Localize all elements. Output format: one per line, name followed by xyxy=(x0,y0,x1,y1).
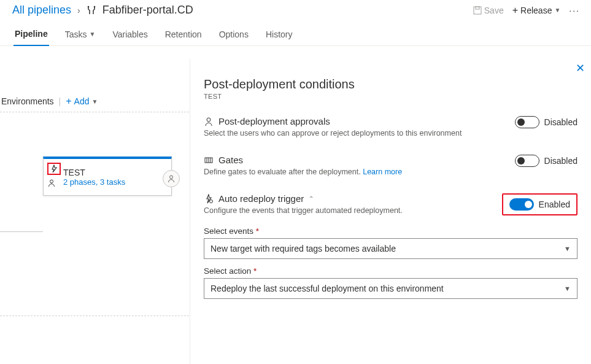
plus-icon: + xyxy=(66,96,71,107)
tab-options[interactable]: Options xyxy=(218,25,250,45)
save-button: Save xyxy=(473,6,504,15)
divider xyxy=(0,316,189,316)
tab-tasks[interactable]: Tasks ▼ xyxy=(64,25,97,45)
post-deploy-panel: ✕ Post-deployment conditions TEST Post-d… xyxy=(190,59,591,364)
save-label: Save xyxy=(484,6,504,15)
trigger-icon-highlight xyxy=(47,163,61,175)
stage-card[interactable]: TEST 2 phases, 3 tasks xyxy=(43,157,172,196)
svg-point-4 xyxy=(50,180,53,183)
person-icon xyxy=(47,179,61,187)
approvals-title: Post-deployment approvals xyxy=(218,116,330,126)
redeploy-toggle-highlight: Enabled xyxy=(502,193,577,215)
chevron-down-icon: ▼ xyxy=(89,31,95,37)
breadcrumb-root-link[interactable]: All pipelines xyxy=(12,4,71,17)
tab-tasks-label: Tasks xyxy=(65,29,87,39)
select-action-label: Select action xyxy=(204,266,251,276)
save-icon xyxy=(473,6,482,15)
chevron-up-icon[interactable]: ⌃ xyxy=(309,195,314,202)
approvals-toggle[interactable] xyxy=(515,116,539,128)
chevron-down-icon: ▼ xyxy=(564,285,571,292)
svg-point-1 xyxy=(93,6,95,7)
svg-point-5 xyxy=(170,176,173,179)
tab-bar: Pipeline Tasks ▼ Variables Retention Opt… xyxy=(0,20,591,46)
gates-icon xyxy=(204,155,214,165)
select-action-value: Redeploy the last successful deployment … xyxy=(211,284,444,293)
person-icon xyxy=(167,174,176,183)
tab-history[interactable]: History xyxy=(265,25,294,45)
svg-point-8 xyxy=(210,199,213,203)
breadcrumb-current: Fabfiber-portal.CD xyxy=(102,4,193,17)
plus-icon: + xyxy=(512,5,518,16)
select-action-dropdown[interactable]: Redeploy the last successful deployment … xyxy=(204,278,577,299)
svg-point-0 xyxy=(87,6,89,7)
more-actions-button[interactable]: ··· xyxy=(569,6,580,15)
gates-title: Gates xyxy=(218,155,243,165)
gates-state: Disabled xyxy=(544,156,577,166)
chevron-down-icon: ▼ xyxy=(564,245,571,252)
connector-line xyxy=(0,231,43,232)
svg-rect-2 xyxy=(474,7,481,14)
add-label: Add xyxy=(74,96,90,106)
redeploy-state: Enabled xyxy=(539,199,570,209)
tab-retention[interactable]: Retention xyxy=(164,25,203,45)
gates-learn-more-link[interactable]: Learn more xyxy=(363,168,402,176)
divider: | xyxy=(59,96,61,106)
gates-toggle[interactable] xyxy=(515,155,539,167)
required-marker: * xyxy=(256,227,259,236)
chevron-down-icon: ▼ xyxy=(92,98,98,105)
add-environment-button[interactable]: + Add ▼ xyxy=(66,96,98,107)
gates-desc: Define gates to evaluate after the deplo… xyxy=(204,168,363,176)
approvals-desc: Select the users who can approve or reje… xyxy=(204,129,503,137)
breadcrumb: All pipelines › Fabfiber-portal.CD xyxy=(12,4,193,17)
pipeline-icon xyxy=(87,6,96,15)
redeploy-toggle[interactable] xyxy=(509,198,534,211)
release-label: Release xyxy=(520,6,552,15)
required-marker: * xyxy=(253,266,257,276)
chevron-down-icon: ▼ xyxy=(554,7,560,14)
close-button[interactable]: ✕ xyxy=(576,61,585,75)
svg-point-6 xyxy=(207,118,211,122)
tab-pipeline[interactable]: Pipeline xyxy=(14,25,49,46)
select-events-value: New target with required tags becomes av… xyxy=(211,244,396,254)
stage-tasks-link[interactable]: 2 phases, 3 tasks xyxy=(63,177,125,187)
select-events-label: Select events xyxy=(204,227,253,236)
trigger-icon xyxy=(50,165,58,173)
panel-subtitle: TEST xyxy=(204,93,577,100)
stage-name: TEST xyxy=(63,168,125,177)
redeploy-desc: Configure the events that trigger automa… xyxy=(204,206,490,215)
redeploy-title: Auto redeploy trigger xyxy=(218,193,304,204)
release-button[interactable]: + Release ▼ xyxy=(512,5,561,16)
chevron-right-icon: › xyxy=(77,6,80,15)
environments-header: Environments xyxy=(0,96,54,106)
tab-variables[interactable]: Variables xyxy=(111,25,149,45)
redeploy-icon xyxy=(204,194,214,204)
approvals-state: Disabled xyxy=(544,117,577,127)
svg-rect-3 xyxy=(476,7,479,9)
panel-title: Post-deployment conditions xyxy=(204,77,577,91)
select-events-dropdown[interactable]: New target with required tags becomes av… xyxy=(204,238,577,259)
post-deploy-conditions-button[interactable] xyxy=(163,170,180,187)
person-icon xyxy=(204,117,214,126)
